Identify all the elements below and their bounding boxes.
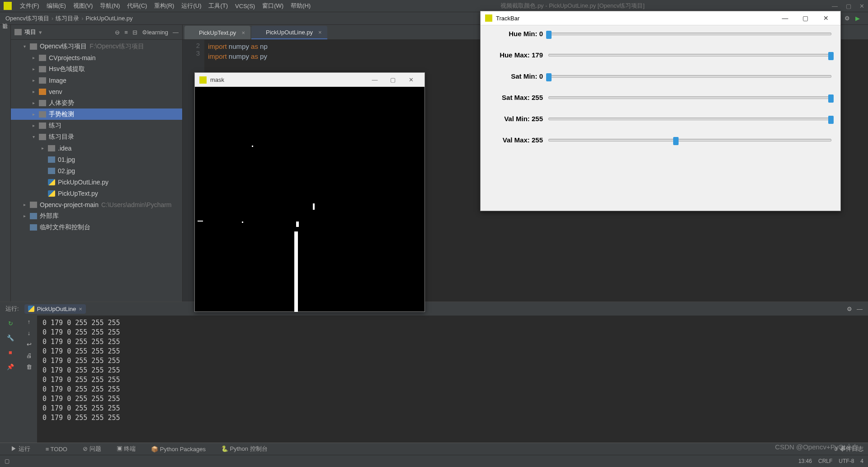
tree-item[interactable]: ▸Opencv-project-mainC:\Users\admin\Pycha…	[11, 199, 182, 210]
menu-run[interactable]: 运行(U)	[179, 1, 204, 11]
status-encoding[interactable]: UTF-8	[839, 458, 854, 464]
slider-thumb[interactable]	[546, 31, 552, 39]
menu-navigate[interactable]: 导航(N)	[97, 1, 123, 11]
expand-icon[interactable]: ≡	[124, 29, 128, 36]
menu-view[interactable]: 视图(V)	[71, 1, 95, 11]
slider-track[interactable]	[548, 118, 831, 120]
rerun-icon[interactable]: ↻	[5, 318, 15, 328]
mask-titlebar[interactable]: mask — ▢ ✕	[195, 73, 425, 87]
gear-icon[interactable]: ⚙	[847, 306, 852, 312]
minimize-icon[interactable]: —	[366, 76, 384, 83]
tree-item[interactable]: 临时文件和控制台	[11, 222, 182, 233]
hide-icon[interactable]: —	[173, 29, 179, 36]
tree-item[interactable]: ▸venv	[11, 86, 182, 97]
tab-pickuptext[interactable]: PickUpText.py ×	[184, 26, 250, 39]
hide-icon[interactable]: —	[857, 306, 863, 312]
tree-item[interactable]: ▸人体姿势	[11, 97, 182, 108]
stop-icon[interactable]: ■	[5, 347, 15, 357]
bottom-tab-terminal[interactable]: ▣ 终端	[117, 445, 136, 453]
tree-item[interactable]: ▸CVprojects-main	[11, 52, 182, 63]
slider-track[interactable]	[548, 96, 831, 99]
python-icon	[190, 29, 196, 36]
crumb-dir[interactable]: 练习目录	[56, 14, 79, 23]
tree-item[interactable]: ▸手势检测	[11, 108, 182, 120]
menubar: 文件(F) 编辑(E) 视图(V) 导航(N) 代码(C) 重构(R) 运行(U…	[0, 0, 868, 12]
slider-thumb[interactable]	[673, 137, 679, 145]
select-opened-icon[interactable]: ⊟	[132, 29, 137, 36]
bottom-tab-problems[interactable]: ⊘ 问题	[83, 445, 101, 453]
close-icon[interactable]: ×	[241, 29, 245, 36]
tree-item[interactable]: ▾Opencv练习项目F:\Opencv练习项目	[11, 41, 182, 52]
menu-file[interactable]: 文件(F)	[17, 1, 42, 11]
menu-window[interactable]: 窗口(W)	[259, 1, 286, 11]
run-tab[interactable]: PickUpOutLine ×	[24, 304, 86, 314]
slider-track[interactable]	[548, 33, 831, 35]
close-icon[interactable]: ✕	[859, 3, 864, 9]
collapse-icon[interactable]: ⊖	[115, 29, 120, 36]
minimize-icon[interactable]: —	[775, 14, 795, 22]
status-indent[interactable]: 4	[860, 458, 863, 464]
tree-item[interactable]: PickUpOutLine.py	[11, 176, 182, 188]
run-icon[interactable]: ▶	[855, 15, 863, 22]
tree-item[interactable]: ▸.idea	[11, 142, 182, 154]
slider-thumb[interactable]	[828, 52, 834, 60]
maximize-icon[interactable]: ▢	[795, 14, 816, 22]
menu-vcs[interactable]: VCS(S)	[232, 2, 258, 10]
menu-help[interactable]: 帮助(H)	[288, 1, 313, 11]
maximize-icon[interactable]: ▢	[846, 3, 851, 9]
close-icon[interactable]: ✕	[402, 76, 420, 83]
slider-track[interactable]	[548, 54, 831, 57]
slider-track[interactable]	[548, 139, 831, 142]
tree-item[interactable]: ▸Hsv色域提取	[11, 63, 182, 75]
menu-code[interactable]: 代码(C)	[124, 1, 150, 11]
trash-icon[interactable]: 🗑	[26, 363, 32, 370]
python-icon	[257, 29, 263, 35]
tree-item[interactable]: ▾练习目录	[11, 131, 182, 142]
tree-item[interactable]: 01.jpg	[11, 154, 182, 165]
down-icon[interactable]: ↓	[28, 330, 31, 336]
slider-track[interactable]	[548, 75, 831, 78]
menu-edit[interactable]: 编辑(E)	[44, 1, 69, 11]
close-icon[interactable]: ✕	[816, 14, 836, 22]
slider-thumb[interactable]	[546, 73, 552, 81]
mask-image	[195, 87, 425, 311]
slider-label: Hue Min: 0	[490, 30, 548, 38]
bottom-tab-todo[interactable]: ≡ TODO	[46, 446, 67, 453]
status-sep[interactable]: CRLF	[818, 458, 832, 464]
trackbar-window[interactable]: TrackBar — ▢ ✕ Hue Min: 0Hue Max: 179Sat…	[480, 11, 841, 211]
crumb-file[interactable]: PickUpOutLine.py	[86, 15, 133, 22]
tab-pickupoutline[interactable]: PickUpOutLine.py ×	[251, 26, 327, 39]
wrench-icon[interactable]: 🔧	[5, 333, 15, 343]
up-icon[interactable]: ↑	[28, 318, 31, 325]
mask-window[interactable]: mask — ▢ ✕	[194, 72, 425, 312]
minimize-icon[interactable]: —	[832, 3, 838, 9]
project-tree[interactable]: ▾Opencv练习项目F:\Opencv练习项目▸CVprojects-main…	[11, 40, 182, 302]
slider-row: Hue Min: 0	[490, 30, 831, 38]
slider-thumb[interactable]	[828, 94, 834, 103]
status-square-icon[interactable]: ▢	[5, 458, 9, 464]
close-icon[interactable]: ×	[318, 29, 322, 36]
wrap-icon[interactable]: ↩	[27, 341, 32, 348]
menu-tools[interactable]: 工具(T)	[206, 1, 231, 11]
gear-icon[interactable]: ⚙	[844, 15, 852, 22]
crumb-root[interactable]: Opencv练习项目	[5, 14, 49, 23]
tree-item[interactable]: 02.jpg	[11, 165, 182, 176]
bottom-tab-python-packages[interactable]: 📦 Python Packages	[151, 446, 206, 453]
menu-refactor[interactable]: 重构(R)	[151, 1, 177, 11]
tree-item[interactable]: ▸外部库	[11, 210, 182, 222]
bottom-tab-run[interactable]: ▶ 运行	[11, 445, 30, 453]
gear-icon[interactable]: ⚙	[142, 29, 147, 36]
bottom-tab-python-console[interactable]: 🐍 Python 控制台	[221, 445, 268, 453]
tree-item[interactable]: ▸Image	[11, 75, 182, 86]
opencv-logo-icon	[199, 76, 207, 84]
trackbar-titlebar[interactable]: TrackBar — ▢ ✕	[481, 11, 840, 25]
tree-item[interactable]: ▸练习	[11, 120, 182, 131]
print-icon[interactable]: 🖨	[26, 352, 32, 359]
slider-thumb[interactable]	[828, 116, 834, 124]
close-icon[interactable]: ×	[79, 306, 82, 312]
pin-icon[interactable]: 📌	[5, 362, 15, 372]
tree-item[interactable]: PickUpText.py	[11, 188, 182, 199]
chevron-down-icon[interactable]: ▾	[39, 29, 42, 36]
maximize-icon[interactable]: ▢	[384, 76, 402, 83]
slider-row: Sat Max: 255	[490, 94, 831, 101]
